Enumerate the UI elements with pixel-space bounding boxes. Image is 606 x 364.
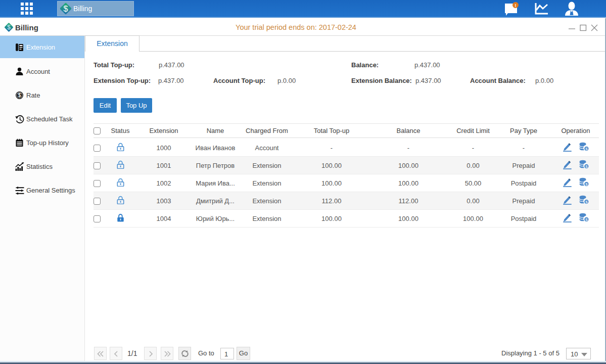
svg-text:$: $ xyxy=(18,93,21,98)
svg-text:$: $ xyxy=(585,147,588,151)
svg-text:$: $ xyxy=(585,200,588,204)
svg-text:!: ! xyxy=(515,3,517,8)
svg-text:$: $ xyxy=(585,217,588,222)
svg-text:$: $ xyxy=(585,164,588,169)
svg-text:$: $ xyxy=(585,182,588,187)
svg-text:$: $ xyxy=(64,5,68,13)
